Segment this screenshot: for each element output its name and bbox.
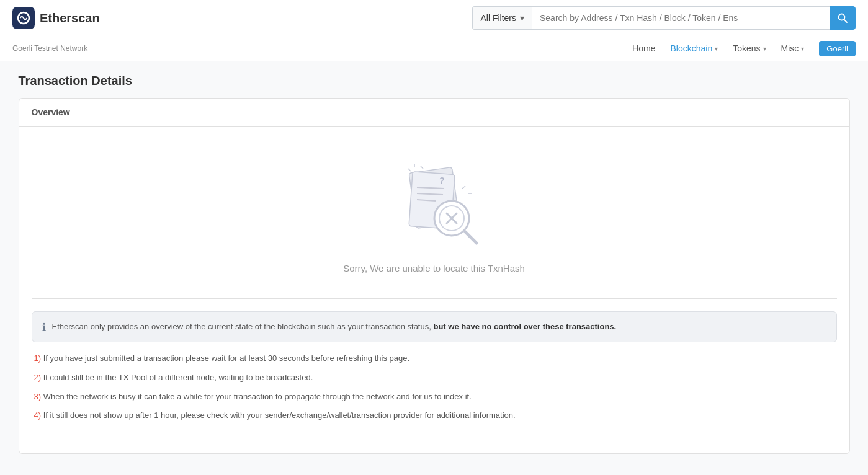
search-button[interactable] [830,6,856,30]
search-area: All Filters ▾ [112,6,856,30]
misc-chevron-icon: ▾ [801,45,804,52]
nav-menu: Home Blockchain ▾ Tokens ▾ Misc ▾ Goerli [626,40,856,57]
filter-dropdown[interactable]: All Filters ▾ [472,6,532,30]
svg-line-3 [844,20,848,23]
tip-item: 4) If it still does not show up after 1 … [34,409,834,422]
tokens-chevron-icon: ▾ [763,45,766,52]
tip-item: 3) When the network is busy it can take … [34,391,834,404]
network-label: Goerli Testnet Network [12,44,87,53]
search-input[interactable] [532,6,830,30]
svg-line-17 [465,232,477,243]
tip-item: 2) It could still be in the TX Pool of a… [34,371,834,384]
info-box-text: Etherscan only provides an overview of t… [52,321,617,333]
nav-home[interactable]: Home [626,40,661,57]
card-body: ? Sorry, We are unable to locate this Tx… [19,127,849,453]
svg-line-18 [408,169,411,171]
nav-blockchain[interactable]: Blockchain ▾ [664,40,724,57]
chevron-down-icon: ▾ [520,13,524,23]
nav-tokens[interactable]: Tokens ▾ [727,40,772,57]
transaction-details-card: Overview ? [19,98,850,454]
etherscan-logo-icon [12,7,35,29]
svg-text:?: ? [439,175,445,185]
svg-line-21 [462,186,465,189]
tip-number: 1) [34,353,42,363]
tip-number: 4) [34,411,42,420]
nav-misc[interactable]: Misc ▾ [775,40,811,57]
page-title: Transaction Details [19,74,850,88]
info-icon: ℹ [42,321,46,333]
tips-list: 1) If you have just submitted a transact… [32,352,837,428]
not-found-illustration: ? [385,151,484,251]
info-box: ℹ Etherscan only provides an overview of… [32,311,837,342]
header-bottom: Goerli Testnet Network Home Blockchain ▾… [12,36,856,61]
tip-number: 2) [34,373,42,382]
main-content: Transaction Details Overview ? [6,61,862,475]
search-icon [838,13,848,23]
goerli-button[interactable]: Goerli [819,41,856,56]
filter-label: All Filters [480,13,516,23]
tip-number: 3) [34,392,42,401]
logo-area: Etherscan [12,7,100,29]
card-header-overview: Overview [19,99,849,127]
header-top: Etherscan All Filters ▾ [12,0,856,36]
divider [32,298,837,299]
blockchain-chevron-icon: ▾ [715,45,718,52]
not-found-message: Sorry, We are unable to locate this TxnH… [343,263,525,273]
header: Etherscan All Filters ▾ Goerli Testnet N… [0,0,868,61]
tip-item: 1) If you have just submitted a transact… [34,352,834,365]
svg-line-20 [421,166,423,169]
logo-text: Etherscan [40,11,100,25]
